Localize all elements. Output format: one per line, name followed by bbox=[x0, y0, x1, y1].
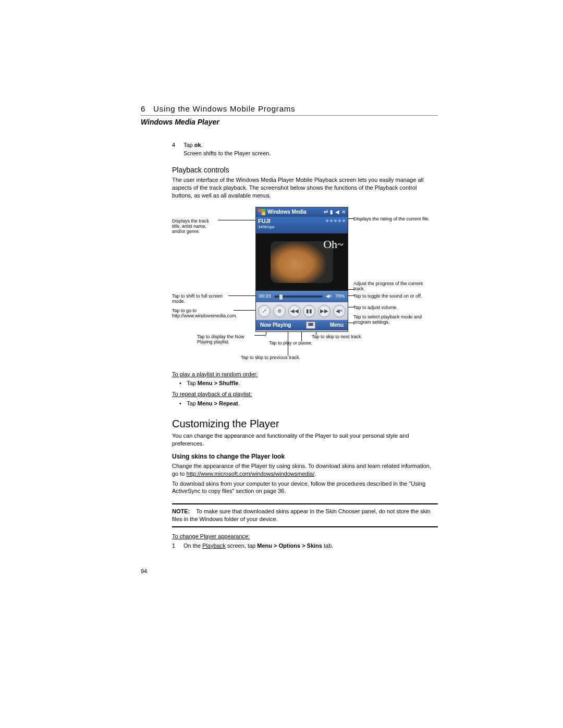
device-titlebar: Windows Media ⇄ ▮ ◀︎ ✕ bbox=[256, 207, 348, 217]
chapter-title: Using the Windows Mobile Programs bbox=[153, 104, 295, 113]
skins-para2: To download skins from your computer to … bbox=[172, 480, 438, 496]
video-overlay-text: Oh~ bbox=[323, 238, 344, 251]
shuffle-a: Tap bbox=[187, 380, 198, 386]
skins-heading: Using skins to change the Player look bbox=[172, 453, 438, 460]
web-button[interactable]: ⊕ bbox=[273, 305, 286, 317]
callout-track-info: Displays the track title, artist name, a… bbox=[172, 218, 219, 235]
callout-web: Tap to go to http://www.windowsmedia.com… bbox=[172, 308, 235, 319]
step-4-ok: ok bbox=[194, 142, 201, 148]
chapter-number: 6 bbox=[141, 104, 145, 113]
keyboard-icon[interactable]: ⌨ bbox=[306, 322, 315, 329]
device-bitrate: 345Kbps bbox=[258, 225, 275, 230]
callout-nowplay: Tap to display the Now Playing playlist. bbox=[197, 334, 254, 345]
sp1 bbox=[148, 104, 151, 113]
app-link: Playback bbox=[202, 542, 226, 549]
mute-small-icon[interactable]: ◀× bbox=[326, 293, 332, 299]
device-track-block: FUJI 345Kbps bbox=[258, 218, 275, 230]
page-number: 94 bbox=[141, 568, 147, 574]
callout-volume: Tap to adjust volume. bbox=[353, 305, 432, 310]
leader-full bbox=[228, 295, 259, 296]
close-icon: ✕ bbox=[341, 209, 346, 215]
step-4: 4 Tap ok. Screen shifts to the Player sc… bbox=[172, 142, 438, 156]
callout-playpause: Tap to play or pause. bbox=[269, 340, 332, 346]
content-column: 6 Using the Windows Mobile Programs Wind… bbox=[141, 104, 438, 549]
device-track-title: FUJI bbox=[258, 218, 275, 225]
callout-settings: Tap to select playback mode and program … bbox=[353, 314, 432, 325]
step-4-a: Tap bbox=[183, 142, 194, 148]
rating-stars-icon: ★★★★★ bbox=[325, 218, 346, 224]
step-4-number: 4 bbox=[172, 142, 183, 156]
callout-next: Tap to skip to next track. bbox=[312, 334, 385, 339]
appearance-step1-body: On the Playback screen, tap Menu > Optio… bbox=[183, 542, 438, 549]
shuffle-c: . bbox=[238, 380, 240, 386]
playback-para: The user interface of the Windows Media … bbox=[172, 176, 438, 200]
shuffle-b: Menu > Shuffle bbox=[198, 380, 239, 386]
playback-figure: Displays the track title, artist name, a… bbox=[172, 206, 438, 362]
bullet-dot-1: • bbox=[179, 380, 187, 386]
device-mock: Windows Media ⇄ ▮ ◀︎ ✕ FUJI 345Kbps ★★★★… bbox=[255, 207, 348, 332]
next-button[interactable]: ▶▶ bbox=[318, 305, 331, 317]
shuffle-lead: To play a playlist in random order: bbox=[172, 371, 438, 378]
device-menubar: Now Playing ⌨ Menu bbox=[256, 320, 348, 330]
windows-flag-icon bbox=[258, 209, 265, 215]
play-pause-button[interactable]: ▮▮ bbox=[303, 305, 315, 317]
mute-button[interactable]: ◀× bbox=[333, 305, 346, 317]
device-progress: 00:23 ◀× 70% bbox=[256, 291, 348, 302]
manual-page: 6 Using the Windows Mobile Programs Wind… bbox=[0, 0, 563, 728]
progress-volume: 70% bbox=[335, 293, 345, 299]
skins-link: http://www.microsoft.com/windows/windows… bbox=[187, 471, 315, 477]
sync-icon: ⇄ bbox=[324, 209, 328, 215]
playback-heading: Playback controls bbox=[172, 166, 438, 174]
note-text: To make sure that downloaded skins appea… bbox=[172, 508, 431, 522]
skins-para1: Change the appearance of the Player by u… bbox=[172, 462, 438, 478]
appearance-step1-num: 1 bbox=[172, 542, 183, 549]
menu-button[interactable]: Menu bbox=[330, 322, 344, 328]
shuffle-bullet: • Tap Menu > Shuffle. bbox=[179, 380, 438, 386]
signal-icon: ▮ bbox=[330, 209, 333, 215]
skins-p1c: . bbox=[314, 471, 316, 477]
progress-bar[interactable] bbox=[274, 295, 323, 298]
device-video: Oh~ bbox=[256, 233, 348, 291]
step-4-c: . bbox=[201, 142, 203, 148]
callout-progress: Adjust the progress of the current track… bbox=[353, 281, 432, 292]
sp2 bbox=[191, 508, 194, 514]
appearance-step1: 1 On the Playback screen, tap Menu > Opt… bbox=[172, 542, 438, 549]
device-app-title: Windows Media bbox=[267, 209, 322, 215]
repeat-b: Menu > Repeat bbox=[198, 400, 238, 406]
app-a: On the bbox=[183, 542, 202, 549]
step-4-body: Tap ok. Screen shifts to the Player scre… bbox=[183, 142, 438, 156]
appearance-lead: To change Player appearance: bbox=[172, 533, 438, 540]
shuffle-text: Tap Menu > Shuffle. bbox=[187, 380, 240, 386]
step-4-sub: Screen shifts to the Player screen. bbox=[183, 150, 438, 156]
repeat-c: . bbox=[238, 400, 240, 406]
customize-para: You can change the appearance and functi… bbox=[172, 432, 438, 448]
customize-heading: Customizing the Player bbox=[172, 418, 438, 430]
device-infobar: FUJI 345Kbps ★★★★★ bbox=[256, 217, 348, 233]
note-box: NOTE: To make sure that downloaded skins… bbox=[172, 503, 438, 527]
body-block: 4 Tap ok. Screen shifts to the Player sc… bbox=[172, 142, 438, 549]
leader-nowplay-h bbox=[254, 335, 266, 336]
app-bold: Menu > Options > Skins bbox=[257, 542, 322, 549]
section-title: Windows Media Player bbox=[141, 118, 438, 126]
now-playing-button[interactable]: Now Playing bbox=[260, 322, 291, 328]
repeat-lead: To repeat playback of a playlist: bbox=[172, 390, 438, 398]
sound-icon: ◀︎ bbox=[335, 209, 339, 215]
app-c: tab. bbox=[322, 542, 333, 549]
chapter-header: 6 Using the Windows Mobile Programs bbox=[141, 104, 438, 116]
fullscreen-button[interactable]: ⤢ bbox=[258, 305, 271, 317]
repeat-a: Tap bbox=[187, 400, 198, 406]
progress-time: 00:23 bbox=[259, 293, 271, 299]
repeat-text: Tap Menu > Repeat. bbox=[187, 400, 240, 406]
bullet-dot-2: • bbox=[179, 400, 187, 406]
prev-button[interactable]: ◀◀ bbox=[288, 305, 301, 317]
callout-rating: Displays the rating of the current file. bbox=[353, 216, 432, 221]
note-label: NOTE: bbox=[172, 508, 190, 514]
repeat-bullet: • Tap Menu > Repeat. bbox=[179, 400, 438, 406]
leader-track-info bbox=[218, 220, 255, 220]
app-b: screen, tap bbox=[226, 542, 258, 549]
device-controls: ⤢ ⊕ ◀◀ ▮▮ ▶▶ ◀× bbox=[256, 302, 348, 320]
callout-mute: Tap to toggle the sound on or off. bbox=[353, 293, 432, 299]
callout-full: Tap to shift to full screen mode. bbox=[172, 293, 229, 304]
